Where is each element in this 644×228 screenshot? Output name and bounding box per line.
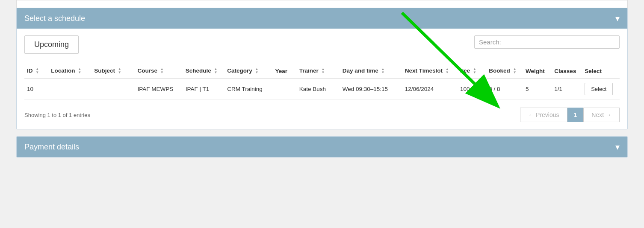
schedule-table: ID ▲▼ Location ▲▼ Subject xyxy=(24,64,620,100)
cell-category: CRM Training xyxy=(225,78,272,100)
schedule-section-title: Select a schedule xyxy=(24,14,85,23)
payment-section: Payment details ▾ xyxy=(16,136,628,158)
col-header-booked: Booked ▲▼ xyxy=(486,64,523,78)
sort-arrows-subject[interactable]: ▲▼ xyxy=(118,67,121,74)
sort-arrows-location[interactable]: ▲▼ xyxy=(78,67,81,74)
col-header-course: Course ▲▼ xyxy=(135,64,183,78)
sort-arrows-trainer[interactable]: ▲▼ xyxy=(321,67,325,74)
col-header-subject: Subject ▲▼ xyxy=(92,64,135,78)
col-header-id: ID ▲▼ xyxy=(24,64,48,78)
upcoming-button[interactable]: Upcoming xyxy=(24,35,79,54)
cell-course: IPAF MEWPS xyxy=(135,78,183,100)
select-button[interactable]: Select xyxy=(585,83,613,95)
sort-arrows-id[interactable]: ▲▼ xyxy=(35,67,39,74)
col-header-select: Select xyxy=(582,64,620,78)
pagination-info: Showing 1 to 1 of 1 entries xyxy=(24,112,90,118)
sort-arrows-daytime[interactable]: ▲▼ xyxy=(381,67,385,74)
payment-section-header: Payment details ▾ xyxy=(17,137,627,157)
search-label: Search: xyxy=(479,38,501,46)
cell-classes: 1/1 xyxy=(552,78,582,100)
cell-location xyxy=(48,78,92,100)
col-header-location: Location ▲▼ xyxy=(48,64,92,78)
col-header-weight: Weight xyxy=(523,64,552,78)
sort-arrows-nexttimeslot[interactable]: ▲▼ xyxy=(446,67,449,74)
cell-weight: 5 xyxy=(523,78,552,100)
cell-schedule: IPAF | T1 xyxy=(183,78,225,100)
col-header-category: Category ▲▼ xyxy=(225,64,272,78)
schedule-section: Select a schedule ▾ Upcoming Search: ID xyxy=(16,8,628,129)
cell-booked: 3 / 8 xyxy=(486,78,523,100)
payment-chevron-icon[interactable]: ▾ xyxy=(615,142,620,152)
cell-year xyxy=(272,78,296,100)
sort-arrows-course[interactable]: ▲▼ xyxy=(160,67,164,74)
current-page[interactable]: 1 xyxy=(567,108,584,122)
table-body: 10 IPAF MEWPS IPAF | T1 CRM Training Kat… xyxy=(24,78,620,100)
sort-arrows-category[interactable]: ▲▼ xyxy=(255,67,258,74)
cell-nexttimeslot: 12/06/2024 xyxy=(402,78,458,100)
col-header-schedule: Schedule ▲▼ xyxy=(183,64,225,78)
sort-arrows-fee[interactable]: ▲▼ xyxy=(473,67,476,74)
page-wrapper: Select a schedule ▾ Upcoming Search: ID xyxy=(0,0,644,228)
cell-subject xyxy=(92,78,135,100)
col-header-year: Year xyxy=(272,64,296,78)
schedule-section-body: Upcoming Search: ID ▲▼ xyxy=(17,29,627,129)
col-header-classes: Classes xyxy=(552,64,582,78)
col-header-fee: Fee ▲▼ xyxy=(458,64,486,78)
table-row: 10 IPAF MEWPS IPAF | T1 CRM Training Kat… xyxy=(24,78,620,100)
col-header-daytime: Day and time ▲▼ xyxy=(340,64,402,78)
top-white-bar xyxy=(16,0,628,8)
next-button[interactable]: Next → xyxy=(583,108,620,122)
sort-arrows-schedule[interactable]: ▲▼ xyxy=(214,67,218,74)
cell-trainer: Kate Bush xyxy=(297,78,340,100)
search-wrapper: Search: xyxy=(474,35,620,49)
cell-id: 10 xyxy=(24,78,48,100)
schedule-chevron-icon[interactable]: ▾ xyxy=(615,13,620,23)
cell-fee: 100.00 xyxy=(458,78,486,100)
payment-section-title: Payment details xyxy=(24,143,79,152)
previous-button[interactable]: ← Previous xyxy=(520,108,567,122)
table-header: ID ▲▼ Location ▲▼ Subject xyxy=(24,64,620,78)
cell-select: Select xyxy=(582,78,620,100)
pagination-controls: ← Previous 1 Next → xyxy=(520,108,620,122)
search-input[interactable] xyxy=(503,39,615,46)
schedule-section-header: Select a schedule ▾ xyxy=(17,8,627,29)
col-header-trainer: Trainer ▲▼ xyxy=(297,64,340,78)
col-header-nexttimeslot: Next Timeslot ▲▼ xyxy=(402,64,458,78)
sort-arrows-booked[interactable]: ▲▼ xyxy=(513,67,517,74)
pagination-row: Showing 1 to 1 of 1 entries ← Previous 1… xyxy=(24,108,620,122)
cell-daytime: Wed 09:30–15:15 xyxy=(340,78,402,100)
